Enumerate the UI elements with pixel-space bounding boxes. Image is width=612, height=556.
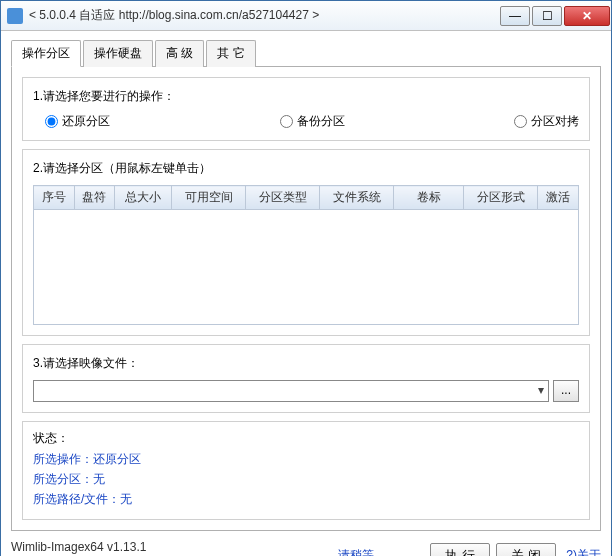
group-image-title: 3.请选择映像文件： xyxy=(33,355,579,372)
tab-other[interactable]: 其 它 xyxy=(206,40,255,67)
col-index[interactable]: 序号 xyxy=(34,186,75,210)
col-ptype[interactable]: 分区类型 xyxy=(246,186,320,210)
version-info: Wimlib-Imagex64 v1.13.1 Ghost64 v12.0.0.… xyxy=(11,539,146,556)
version-wimlib: Wimlib-Imagex64 v1.13.1 xyxy=(11,539,146,556)
minimize-button[interactable]: — xyxy=(500,6,530,26)
radio-restore-partition[interactable]: 还原分区 xyxy=(45,113,280,130)
image-file-combo[interactable] xyxy=(33,380,549,402)
partition-table-body[interactable] xyxy=(33,210,579,325)
about-link[interactable]: ?)关于 xyxy=(566,547,601,556)
tabpanel: 1.请选择您要进行的操作： 还原分区 备份分区 分区对拷 xyxy=(11,66,601,531)
status-partition: 所选分区：无 xyxy=(33,471,579,488)
radio-backup-partition[interactable]: 备份分区 xyxy=(280,113,515,130)
browse-button[interactable]: ... xyxy=(553,380,579,402)
window-controls: — ☐ ✕ xyxy=(499,6,611,26)
radio-copy-partition[interactable]: 分区对拷 xyxy=(514,113,579,130)
group-partition-list: 2.请选择分区（用鼠标左键单击） 序号 盘符 总大小 可用空间 分区类型 文件系… xyxy=(22,149,590,336)
status-path: 所选路径/文件：无 xyxy=(33,491,579,508)
maximize-button[interactable]: ☐ xyxy=(532,6,562,26)
group-image-file: 3.请选择映像文件： ... xyxy=(22,344,590,413)
group-status: 状态： 所选操作：还原分区 所选分区：无 所选路径/文件：无 xyxy=(22,421,590,520)
col-scheme[interactable]: 分区形式 xyxy=(464,186,538,210)
group-partition-title: 2.请选择分区（用鼠标左键单击） xyxy=(33,160,579,177)
col-letter[interactable]: 盘符 xyxy=(74,186,115,210)
image-file-row: ... xyxy=(33,380,579,402)
close-app-button[interactable]: 关 闭 xyxy=(496,543,556,556)
titlebar: < 5.0.0.4 自适应 http://blog.sina.com.cn/a5… xyxy=(1,1,611,31)
window-title: < 5.0.0.4 自适应 http://blog.sina.com.cn/a5… xyxy=(29,7,499,24)
tab-operate-disk[interactable]: 操作硬盘 xyxy=(83,40,153,67)
tab-advanced[interactable]: 高 级 xyxy=(155,40,204,67)
status-operation: 所选操作：还原分区 xyxy=(33,451,579,468)
radio-copy-label: 分区对拷 xyxy=(531,113,579,130)
group-operation-title: 1.请选择您要进行的操作： xyxy=(33,88,579,105)
group-operation: 1.请选择您要进行的操作： 还原分区 备份分区 分区对拷 xyxy=(22,77,590,141)
radio-backup-input[interactable] xyxy=(280,115,293,128)
radio-copy-input[interactable] xyxy=(514,115,527,128)
partition-table[interactable]: 序号 盘符 总大小 可用空间 分区类型 文件系统 卷标 分区形式 激活 xyxy=(33,185,579,210)
execute-button[interactable]: 执 行 xyxy=(430,543,490,556)
radio-restore-input[interactable] xyxy=(45,115,58,128)
status-title: 状态： xyxy=(33,430,579,447)
footer: Wimlib-Imagex64 v1.13.1 Ghost64 v12.0.0.… xyxy=(1,535,611,556)
radio-restore-label: 还原分区 xyxy=(62,113,110,130)
tab-operate-partition[interactable]: 操作分区 xyxy=(11,40,81,67)
col-label[interactable]: 卷标 xyxy=(394,186,464,210)
close-button[interactable]: ✕ xyxy=(564,6,610,26)
app-window: < 5.0.0.4 自适应 http://blog.sina.com.cn/a5… xyxy=(0,0,612,556)
client-area: 操作分区 操作硬盘 高 级 其 它 1.请选择您要进行的操作： 还原分区 备份分… xyxy=(1,31,611,535)
col-free[interactable]: 可用空间 xyxy=(172,186,246,210)
col-total[interactable]: 总大小 xyxy=(115,186,172,210)
app-icon xyxy=(7,8,23,24)
col-fs[interactable]: 文件系统 xyxy=(320,186,394,210)
radio-backup-label: 备份分区 xyxy=(297,113,345,130)
tabstrip: 操作分区 操作硬盘 高 级 其 它 xyxy=(11,40,601,67)
operation-radios: 还原分区 备份分区 分区对拷 xyxy=(33,113,579,130)
col-active[interactable]: 激活 xyxy=(538,186,579,210)
wait-text: 请稍等... xyxy=(338,547,384,556)
